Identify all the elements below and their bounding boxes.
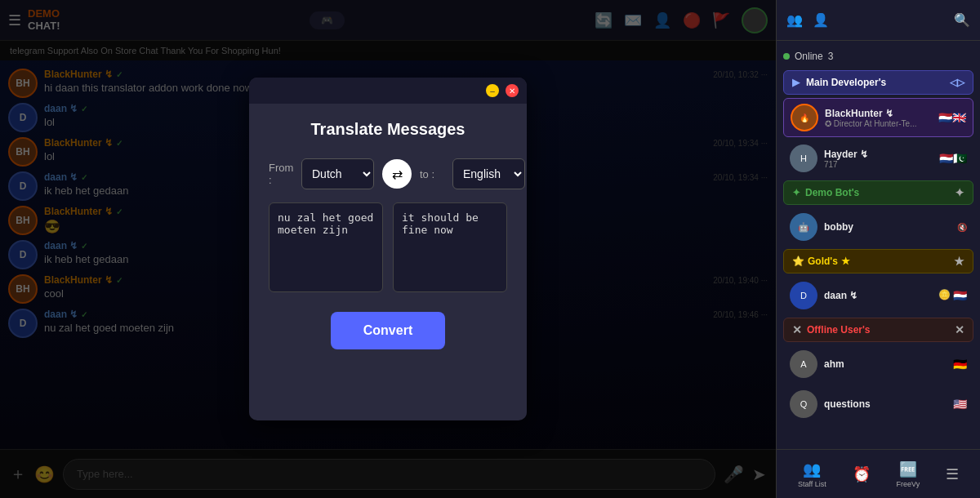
- user-info: bobby: [824, 221, 951, 233]
- username: daan ↯: [824, 290, 932, 301]
- user-flags: 🇩🇪: [953, 358, 967, 371]
- user-info: daan ↯: [824, 290, 932, 301]
- section-label-text: Demo Bot's: [805, 187, 859, 198]
- modal-minimize-button[interactable]: –: [486, 84, 499, 97]
- user-subtitle: ✪ Director At Hunter-Te...: [825, 119, 932, 128]
- sidebar-item-ahm[interactable]: A ahm 🇩🇪: [783, 345, 973, 383]
- avatar: H: [790, 145, 817, 172]
- username: Hayder ↯: [824, 149, 933, 160]
- user-flags: 🇺🇸: [953, 398, 967, 411]
- gold-star2-icon: ★: [841, 256, 850, 267]
- staff-list-button[interactable]: 👥 Staff List: [798, 460, 826, 488]
- sidebar-item-questions[interactable]: Q questions 🇺🇸: [783, 385, 973, 423]
- user-subtitle: 717: [824, 160, 933, 169]
- modal-title: Translate Messages: [269, 120, 507, 139]
- bot-star-icon: ✦: [792, 187, 800, 198]
- avatar: D: [790, 282, 817, 309]
- username: BlackHunter ↯: [825, 108, 932, 119]
- language-selector-row: From : Dutch English German French ⇄ to …: [269, 158, 507, 189]
- convert-button[interactable]: Convert: [331, 312, 445, 349]
- sidebar-item-blackhunter[interactable]: 🔥 BlackHunter ↯ ✪ Director At Hunter-Te.…: [783, 98, 973, 137]
- sidebar-item-hayder[interactable]: H Hayder ↯ 717 🇳🇱🇵🇰: [783, 140, 973, 177]
- section-main-dev[interactable]: ▶ Main Developer's ◁▷: [783, 70, 973, 95]
- online-number: 3: [828, 51, 834, 62]
- section-demo-bots[interactable]: ✦ Demo Bot's ✦: [783, 180, 973, 205]
- translate-boxes: nu zal het goed moeten zijn it should be…: [269, 202, 507, 292]
- modal-body: Translate Messages From : Dutch English …: [249, 104, 527, 374]
- swap-languages-button[interactable]: ⇄: [382, 159, 412, 189]
- online-dot: [783, 53, 790, 60]
- user-badge: 🔇: [957, 223, 967, 232]
- sidebar-search: 🔍: [954, 12, 970, 28]
- time-button[interactable]: ⏰: [853, 465, 871, 483]
- from-label: From :: [269, 162, 293, 186]
- user-info: BlackHunter ↯ ✪ Director At Hunter-Te...: [825, 108, 932, 128]
- section-label-text: Gold's: [808, 256, 838, 267]
- staff-icon: 👥: [803, 460, 821, 478]
- from-language-select[interactable]: Dutch English German French: [301, 158, 374, 189]
- user-flags: 🪙 🇳🇱: [938, 289, 967, 302]
- sidebar-header-icons: 👥 👤: [786, 12, 829, 28]
- source-text-input[interactable]: nu zal het goed moeten zijn: [269, 202, 383, 292]
- arrows-icon: ◁▷: [950, 77, 964, 88]
- username: questions: [824, 398, 947, 410]
- sidebar-header: 👥 👤 🔍: [777, 0, 980, 41]
- username: bobby: [824, 221, 951, 233]
- online-count: Online 3: [783, 47, 973, 65]
- sidebar-item-daan[interactable]: D daan ↯ 🪙 🇳🇱: [783, 277, 973, 314]
- modal-overlay: – ✕ Translate Messages From : Dutch Engl…: [0, 0, 776, 498]
- freevy-label: FreeVy: [897, 480, 920, 488]
- section-label: Main Developer's: [806, 77, 886, 88]
- translate-modal: – ✕ Translate Messages From : Dutch Engl…: [249, 78, 527, 420]
- section-collapse-icon[interactable]: ★: [954, 255, 964, 268]
- avatar: 🔥: [791, 104, 818, 131]
- avatar: 🤖: [790, 213, 817, 241]
- section-label-text: Offline User's: [807, 324, 871, 336]
- section-collapse-icon[interactable]: ✦: [955, 186, 964, 199]
- person-icon[interactable]: 👤: [813, 12, 829, 28]
- offline-close-icon[interactable]: ✕: [792, 323, 802, 336]
- menu-button[interactable]: ☰: [946, 465, 959, 483]
- user-flags: 🇳🇱🇬🇧: [938, 111, 966, 124]
- user-info: ahm: [824, 358, 947, 370]
- group-icon[interactable]: 👥: [786, 12, 803, 28]
- user-info: questions: [824, 398, 947, 410]
- sidebar: 👥 👤 🔍 Online 3 ▶ Main Developer's ◁▷ 🔥 B…: [776, 0, 980, 498]
- section-gold[interactable]: ⭐ Gold's ★ ★: [783, 249, 973, 273]
- dev-icon: ▶: [792, 77, 800, 88]
- freevy-button[interactable]: 🆓 FreeVy: [897, 460, 920, 488]
- search-icon[interactable]: 🔍: [954, 12, 970, 28]
- modal-close-button[interactable]: ✕: [506, 84, 519, 97]
- section-offline[interactable]: ✕ Offline User's ✕: [783, 318, 973, 342]
- section-close2-icon[interactable]: ✕: [955, 323, 964, 336]
- username: ahm: [824, 358, 947, 370]
- sidebar-item-bobby[interactable]: 🤖 bobby 🔇: [783, 208, 973, 246]
- gold-star-icon: ⭐: [792, 256, 804, 267]
- freevy-icon: 🆓: [899, 460, 917, 478]
- online-label: Online: [795, 51, 823, 62]
- avatar: A: [790, 350, 817, 378]
- coin-icon: 🪙: [938, 289, 951, 302]
- user-flags: 🇳🇱🇵🇰: [939, 152, 967, 165]
- sidebar-body: Online 3 ▶ Main Developer's ◁▷ 🔥 BlackHu…: [777, 41, 980, 449]
- user-info: Hayder ↯ 717: [824, 149, 933, 169]
- staff-label: Staff List: [798, 480, 826, 488]
- hamburger-icon: ☰: [946, 465, 959, 483]
- clock-icon: ⏰: [853, 465, 871, 483]
- modal-titlebar: – ✕: [249, 78, 527, 104]
- avatar: Q: [790, 390, 817, 418]
- sidebar-footer: 👥 Staff List ⏰ 🆓 FreeVy ☰: [777, 449, 980, 498]
- translated-text-output[interactable]: it should be fine now: [393, 202, 507, 292]
- to-language-select[interactable]: English Dutch German French: [452, 158, 525, 189]
- to-label: to :: [420, 168, 444, 180]
